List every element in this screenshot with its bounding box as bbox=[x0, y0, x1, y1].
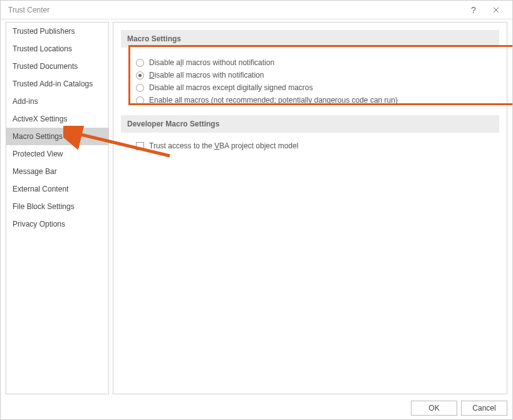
sidebar-item-trusted-add-in-catalogs[interactable]: Trusted Add-in Catalogs bbox=[6, 75, 108, 93]
trust-vba-label: Trust access to the VBA project object m… bbox=[149, 141, 298, 150]
sidebar-item-privacy-options[interactable]: Privacy Options bbox=[6, 215, 108, 233]
sidebar-item-activex-settings[interactable]: ActiveX Settings bbox=[6, 110, 108, 128]
trust-vba-checkbox-row[interactable]: Trust access to the VBA project object m… bbox=[121, 139, 499, 153]
sidebar: Trusted PublishersTrusted LocationsTrust… bbox=[6, 22, 109, 394]
developer-macro-settings-header: Developer Macro Settings bbox=[121, 115, 499, 133]
macro-settings-radio-group: Disable all macros without notificationD… bbox=[121, 54, 499, 111]
macro-option-label-1: Disable all macros with notification bbox=[149, 71, 264, 79]
macro-option-label-0: Disable all macros without notification bbox=[149, 58, 274, 67]
ok-button[interactable]: OK bbox=[411, 401, 457, 416]
trust-vba-checkbox[interactable] bbox=[136, 142, 144, 150]
titlebar: Trust Center ? bbox=[1, 1, 512, 19]
sidebar-item-trusted-publishers[interactable]: Trusted Publishers bbox=[6, 23, 108, 40]
macro-settings-header: Macro Settings bbox=[121, 30, 499, 48]
main-area: Trusted PublishersTrusted LocationsTrust… bbox=[1, 19, 512, 397]
sidebar-item-macro-settings[interactable]: Macro Settings bbox=[6, 128, 108, 145]
close-button[interactable] bbox=[485, 1, 507, 19]
macro-option-row-2[interactable]: Disable all macros except digitally sign… bbox=[136, 81, 494, 94]
sidebar-item-protected-view[interactable]: Protected View bbox=[6, 145, 108, 163]
sidebar-item-trusted-documents[interactable]: Trusted Documents bbox=[6, 58, 108, 75]
content-pane: Macro Settings Disable all macros withou… bbox=[113, 22, 507, 394]
macro-option-row-1[interactable]: Disable all macros with notification bbox=[136, 69, 494, 81]
macro-option-row-0[interactable]: Disable all macros without notification bbox=[136, 56, 494, 69]
macro-option-label-3: Enable all macros (not recommended; pote… bbox=[149, 96, 398, 105]
macro-option-radio-2[interactable] bbox=[136, 84, 144, 92]
window-title: Trust Center bbox=[8, 6, 49, 14]
macro-option-radio-3[interactable] bbox=[136, 96, 144, 105]
button-bar: OK Cancel bbox=[1, 397, 512, 419]
macro-option-radio-0[interactable] bbox=[136, 59, 144, 67]
sidebar-item-add-ins[interactable]: Add-ins bbox=[6, 93, 108, 110]
cancel-button[interactable]: Cancel bbox=[461, 401, 507, 416]
titlebar-controls: ? bbox=[462, 1, 507, 19]
sidebar-item-external-content[interactable]: External Content bbox=[6, 180, 108, 198]
sidebar-item-file-block-settings[interactable]: File Block Settings bbox=[6, 198, 108, 215]
help-button[interactable]: ? bbox=[462, 1, 485, 19]
sidebar-item-message-bar[interactable]: Message Bar bbox=[6, 163, 108, 180]
sidebar-item-trusted-locations[interactable]: Trusted Locations bbox=[6, 40, 108, 58]
macro-option-label-2: Disable all macros except digitally sign… bbox=[149, 83, 313, 92]
close-icon bbox=[493, 7, 499, 13]
macro-option-radio-1[interactable] bbox=[136, 71, 144, 79]
macro-option-row-3[interactable]: Enable all macros (not recommended; pote… bbox=[136, 94, 494, 106]
